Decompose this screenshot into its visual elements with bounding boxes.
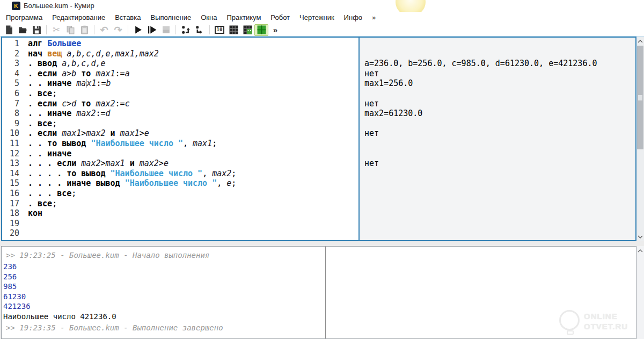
margin-line [364, 49, 635, 59]
console-line-meta: >> 19:23:25 - Большее.kum - Начало выпол… [2, 249, 636, 262]
margin-line [364, 208, 635, 219]
line-number: 17 [2, 199, 24, 209]
margin-line [364, 169, 635, 179]
title-bar: K Большее.kum - Кумир [0, 0, 644, 12]
toolbar-step-out-button[interactable] [193, 24, 207, 36]
menu-item-9[interactable]: » [367, 12, 380, 23]
code-line: . . иначе max2:=d [28, 109, 358, 119]
menu-item-6[interactable]: Робот [266, 12, 295, 23]
line-number: 6 [2, 89, 24, 99]
scroll-up-icon[interactable] [636, 37, 644, 45]
kumir-window: K Большее.kum - Кумир ПрограммаРедактиро… [0, 0, 644, 339]
console-line-input: 421236 [2, 301, 636, 312]
console-io-area[interactable]: >> 19:23:25 - Большее.kum - Начало выпол… [2, 247, 636, 338]
line-number: 16 [2, 189, 24, 199]
code-line: . если a>b то max1:=a [28, 69, 358, 79]
margin-line [364, 178, 635, 189]
code-line: . все; [28, 119, 358, 129]
line-number: 13 [2, 158, 24, 169]
line-number: 12 [2, 149, 24, 159]
margin-line: нет [364, 99, 635, 109]
toolbar-field-window-button[interactable] [226, 24, 240, 36]
toolbar-separator [46, 25, 47, 34]
code-line: нач вещ a,b,c,d,e,max1,max2 [28, 49, 358, 59]
toolbar-undo-button[interactable]: ↶ [97, 24, 111, 36]
scrollbar-grip [638, 95, 642, 100]
menu-item-0[interactable]: Программа [1, 12, 47, 23]
line-number: 1 [2, 39, 24, 49]
toolbar-step-over-button[interactable] [179, 24, 193, 36]
code-line: . . иначе max1:=b [28, 78, 358, 89]
editor-scrollbar[interactable] [636, 37, 644, 241]
code-line: кон [28, 208, 358, 219]
line-number: 2 [2, 49, 24, 59]
console-line-input: 256 [2, 272, 636, 282]
toolbar-stop-button[interactable] [159, 24, 173, 36]
execution-margin: a=236.0, b=256.0, c=985.0, d=61230.0, e=… [360, 38, 635, 240]
app-icon: K [12, 2, 20, 10]
line-number: 14 [2, 169, 24, 179]
menu-item-3[interactable]: Выполнение [145, 12, 196, 23]
toolbar-open-file-button[interactable] [16, 24, 30, 36]
margin-line: нет [364, 69, 635, 79]
toolbar-more-button[interactable]: » [268, 24, 282, 36]
code-line: . . . . то вывод "Наибольшее число ", ma… [28, 169, 358, 179]
line-number: 9 [2, 119, 24, 129]
margin-line: max1=256.0 [364, 78, 635, 89]
console-line-output: Наибольшее число 421236.0 [2, 312, 636, 322]
console-divider [325, 247, 326, 338]
toolbar-paste-button[interactable] [77, 24, 91, 36]
code-line: . все; [28, 199, 358, 209]
console-line-input: 236 [2, 262, 636, 272]
code-line: . . . если max2>max1 и max2>e [28, 158, 358, 169]
code-line [28, 219, 358, 229]
code-line: . . . . иначе вывод "Наибольшее число ",… [28, 178, 358, 189]
window-title: Большее.kum - Кумир [24, 2, 94, 10]
line-number: 8 [2, 109, 24, 119]
toolbar-run-step-button[interactable] [145, 24, 159, 36]
menu-item-8[interactable]: Инфо [339, 12, 367, 23]
editor-scrollbar-thumb[interactable] [637, 46, 643, 149]
console-line-meta: >> 19:23:35 - Большее.kum - Выполнение з… [2, 321, 636, 334]
menu-item-2[interactable]: Вставка [110, 12, 145, 23]
editor-panel: 1234567891011121314151617181920 алг Боль… [1, 37, 636, 241]
line-number: 19 [2, 219, 24, 229]
console-panel: >> 19:23:25 - Большее.kum - Начало выпол… [1, 246, 636, 339]
scroll-up-icon[interactable] [636, 247, 644, 255]
line-number: 3 [2, 59, 24, 69]
menu-item-1[interactable]: Редактирование [47, 12, 110, 23]
toolbar-copy-button[interactable] [63, 24, 77, 36]
line-number: 5 [2, 78, 24, 89]
scroll-down-icon[interactable] [636, 233, 644, 241]
margin-line: нет [364, 158, 635, 169]
toolbar-robot-window-button[interactable] [240, 24, 254, 36]
toolbar-separator [94, 25, 94, 34]
line-number: 11 [2, 139, 24, 149]
toolbar: ✂↶↷10» [0, 24, 644, 37]
toolbar-new-file-button[interactable] [2, 24, 16, 36]
margin-line [364, 119, 635, 129]
toolbar-save-file-button[interactable] [30, 24, 43, 36]
toolbar-redo-button[interactable]: ↷ [111, 24, 125, 36]
code-editor-area[interactable]: алг Большеенач вещ a,b,c,d,e,max1,max2. … [24, 38, 358, 240]
menu-item-5[interactable]: Практикум [222, 12, 266, 23]
line-number: 4 [2, 69, 24, 79]
margin-line [364, 39, 635, 49]
code-line: . ввод a,b,c,d,e [28, 59, 358, 69]
console-scrollbar[interactable] [636, 246, 644, 339]
code-line: алг Большее [28, 39, 358, 49]
margin-line: max2=61230.0 [364, 109, 635, 119]
toolbar-separator [175, 25, 176, 34]
margin-line: нет [364, 128, 635, 139]
toolbar-show-values-button[interactable]: 10 [213, 24, 226, 36]
menu-item-4[interactable]: Окна [196, 12, 222, 23]
line-number: 10 [2, 128, 24, 139]
code-line: . если c>d то max2:=c [28, 99, 358, 109]
menu-item-7[interactable]: Чертежник [295, 12, 339, 23]
toolbar-run-button[interactable] [131, 24, 145, 36]
toolbar-separator [128, 25, 128, 34]
toolbar-drawer-window-button[interactable] [254, 24, 268, 36]
toolbar-cut-button[interactable]: ✂ [49, 24, 63, 36]
margin-line [364, 228, 635, 239]
code-line: . если max1>max2 и max1>e [28, 128, 358, 139]
